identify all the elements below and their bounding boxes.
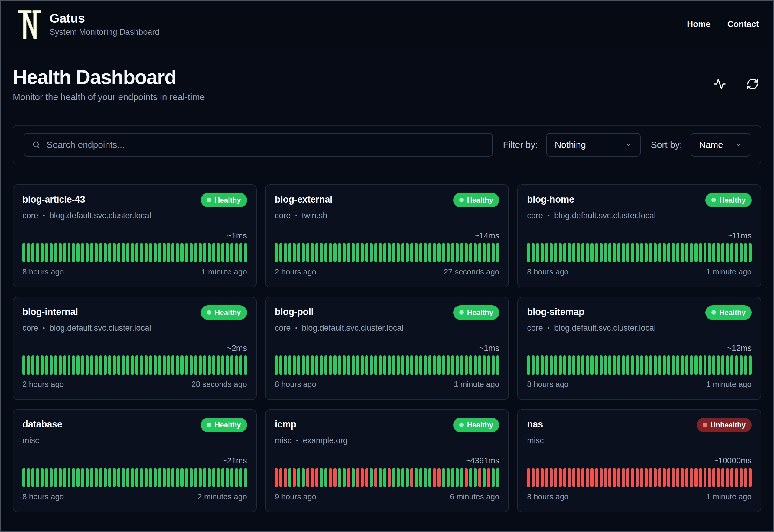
status-bar[interactable] [672,468,675,487]
status-bar[interactable] [284,355,287,375]
status-bar[interactable] [190,355,193,375]
endpoint-card[interactable]: icmp Healthy misc • example.org ~4391ms … [265,409,509,512]
status-bar[interactable] [424,468,427,487]
status-bar[interactable] [167,355,170,375]
status-bar[interactable] [90,468,93,487]
status-bar[interactable] [631,243,634,262]
status-bar[interactable] [347,355,350,375]
status-bar[interactable] [730,355,733,375]
status-bar[interactable] [401,243,404,262]
status-bar[interactable] [279,355,282,375]
status-bar[interactable] [527,468,530,487]
status-bar[interactable] [563,355,566,375]
status-bar[interactable] [595,355,598,375]
status-bar[interactable] [433,355,436,375]
status-bar[interactable] [41,468,44,487]
status-bar[interactable] [36,468,39,487]
status-bar[interactable] [568,355,571,375]
status-bar[interactable] [469,355,472,375]
status-bar[interactable] [50,243,53,262]
status-bar[interactable] [608,355,611,375]
status-bar[interactable] [140,468,143,487]
status-bar[interactable] [199,243,202,262]
status-bar[interactable] [581,355,584,375]
status-bar[interactable] [297,355,300,375]
status-bar[interactable] [180,243,184,262]
status-bar[interactable] [532,468,535,487]
status-bar[interactable] [613,243,616,262]
status-bar[interactable] [59,468,62,487]
status-bar[interactable] [302,355,305,375]
status-bar[interactable] [217,243,220,262]
status-bar[interactable] [604,355,607,375]
status-bar[interactable] [365,355,368,375]
status-bar[interactable] [626,355,629,375]
status-bar[interactable] [379,243,382,262]
status-bar[interactable] [626,243,629,262]
status-bar[interactable] [559,355,562,375]
status-bar[interactable] [22,243,25,262]
status-bar[interactable] [365,468,368,487]
status-bar[interactable] [474,468,477,487]
status-bar[interactable] [72,355,75,375]
status-bar[interactable] [672,355,675,375]
status-bar[interactable] [370,468,373,487]
status-bar[interactable] [694,355,698,375]
status-bar[interactable] [122,355,125,375]
status-bar[interactable] [654,468,657,487]
status-bar[interactable] [158,243,161,262]
status-bar[interactable] [483,468,486,487]
status-bar[interactable] [293,468,296,487]
status-bar[interactable] [338,243,341,262]
status-bar[interactable] [221,468,224,487]
status-bar[interactable] [726,355,729,375]
status-bar[interactable] [383,243,386,262]
status-bar[interactable] [208,468,211,487]
status-bar[interactable] [104,243,107,262]
status-bar[interactable] [600,468,603,487]
status-bar[interactable] [374,355,377,375]
status-bar[interactable] [194,355,197,375]
status-bar[interactable] [343,468,346,487]
status-bar[interactable] [230,355,233,375]
status-bar[interactable] [217,355,220,375]
status-bar[interactable] [27,243,30,262]
status-bar[interactable] [465,468,468,487]
status-bar[interactable] [117,468,120,487]
status-bar[interactable] [284,468,287,487]
status-bar[interactable] [383,355,386,375]
status-bar[interactable] [478,468,481,487]
status-bar[interactable] [27,468,30,487]
status-bar[interactable] [31,468,34,487]
status-bar[interactable] [447,468,450,487]
status-bar[interactable] [212,468,215,487]
status-bar[interactable] [447,243,450,262]
status-bar[interactable] [572,355,575,375]
status-bar[interactable] [315,468,318,487]
status-bar[interactable] [419,468,422,487]
status-bar[interactable] [154,468,157,487]
status-bar[interactable] [645,243,648,262]
status-bar[interactable] [428,355,431,375]
status-bar[interactable] [230,243,233,262]
status-bar[interactable] [613,468,616,487]
status-bar[interactable] [492,468,495,487]
status-bar[interactable] [226,243,229,262]
status-bar[interactable] [311,243,314,262]
status-bar[interactable] [239,468,242,487]
status-bar[interactable] [415,243,418,262]
status-bar[interactable] [302,243,305,262]
status-bar[interactable] [167,468,170,487]
status-bar[interactable] [690,468,693,487]
status-bar[interactable] [329,243,332,262]
status-bar[interactable] [663,468,666,487]
status-bar[interactable] [343,243,346,262]
status-bar[interactable] [617,355,620,375]
status-bar[interactable] [749,243,752,262]
status-bar[interactable] [275,243,278,262]
status-bar[interactable] [311,355,314,375]
status-bar[interactable] [456,243,459,262]
status-bar[interactable] [27,355,30,375]
status-bar[interactable] [617,243,620,262]
status-bar[interactable] [163,355,166,375]
